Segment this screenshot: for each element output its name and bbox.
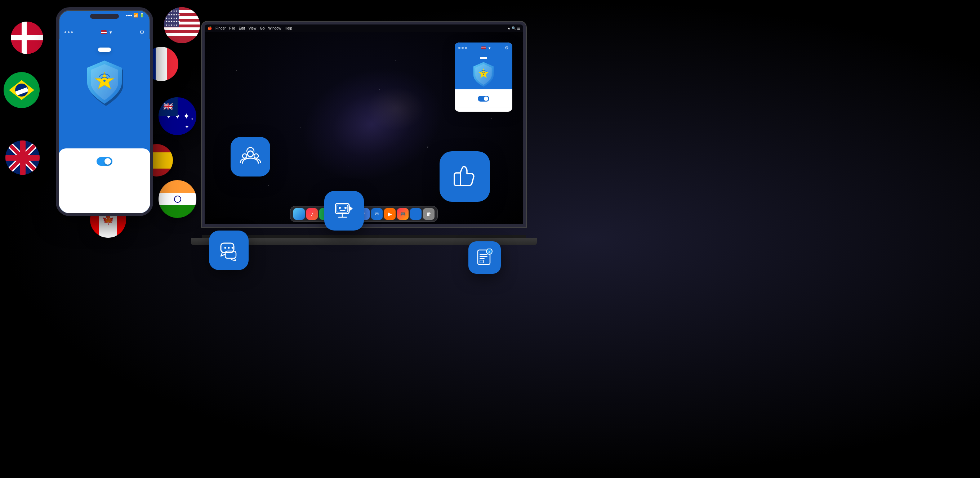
app-icon-thumbsup[interactable]	[439, 151, 490, 202]
svg-point-16	[344, 207, 347, 209]
app-icon-social[interactable]	[231, 137, 270, 176]
flag-india	[159, 180, 196, 218]
vpn-popup: ▾ ⚙	[455, 43, 512, 112]
menu-help[interactable]: Help	[285, 26, 292, 30]
vpn-popup-location: ▾	[481, 46, 490, 50]
vpn-popup-toggle[interactable]	[478, 96, 489, 102]
dock-apps[interactable]: ▶	[384, 208, 396, 220]
phone-settings-icon[interactable]: ⚙	[140, 29, 145, 36]
app-icon-news[interactable]: 2	[468, 241, 501, 274]
svg-point-6	[254, 154, 258, 158]
dock-trash[interactable]: 🗑	[423, 208, 434, 220]
svg-point-10	[228, 247, 230, 249]
dock-mail[interactable]: ✉	[371, 208, 383, 220]
vpn-popup-footer	[455, 107, 512, 112]
dock-finder[interactable]	[293, 208, 305, 220]
laptop-menubar: 🍎 Finder File Edit View Go Window Help ★…	[205, 24, 523, 32]
svg-text:2: 2	[488, 250, 490, 254]
vpn-toggle-row	[97, 157, 112, 166]
menu-view[interactable]: View	[248, 26, 256, 30]
vpn-popup-dots	[458, 47, 467, 49]
phone-menu-dots[interactable]	[65, 31, 73, 33]
phone-white-section	[59, 148, 150, 213]
phone-device: ●●● 📶 🔋 ▾ ⚙	[56, 7, 153, 216]
flag-usa: ★★★★★★★★★★★★★★★★★★★★★★★★★★★★★	[164, 7, 200, 43]
app-icon-chat[interactable]	[209, 230, 248, 270]
svg-point-1	[103, 79, 105, 82]
svg-rect-26	[480, 260, 484, 263]
menu-edit[interactable]: Edit	[239, 26, 245, 30]
svg-point-5	[242, 154, 247, 158]
vpn-popup-body	[455, 53, 512, 89]
flag-brazil	[3, 72, 40, 108]
menu-finder[interactable]: Finder	[215, 26, 226, 30]
vpn-shield	[83, 58, 126, 108]
menu-right: ★ 🔍 ☰	[507, 26, 520, 30]
svg-point-9	[224, 247, 226, 249]
dock-arcade[interactable]: 🎮	[397, 208, 409, 220]
laptop-dock: ♪ ● 📹 🌐 ✓ ✉ ▶ 🎮 🗑	[290, 206, 438, 222]
app-icon-video[interactable]	[324, 191, 364, 230]
vpn-popup-gear-icon[interactable]: ⚙	[505, 45, 509, 51]
vpn-popup-white-section	[455, 92, 512, 107]
dock-files-blue[interactable]	[410, 208, 422, 220]
svg-point-4	[248, 151, 253, 157]
svg-point-15	[339, 207, 341, 209]
connected-badge	[98, 48, 111, 52]
svg-marker-17	[349, 206, 353, 211]
phone-status-bar: ●●● 📶 🔋	[65, 13, 145, 17]
laptop-hinge	[202, 235, 526, 238]
phone-header: ▾ ⚙	[59, 29, 150, 36]
vpn-toggle[interactable]	[97, 157, 112, 166]
flag-australia: 🇬🇧 ✦ ✦ ✦ ✦ ✦	[159, 97, 196, 135]
apple-logo: 🍎	[208, 26, 212, 30]
flag-uk	[5, 140, 40, 175]
vpn-popup-header: ▾ ⚙	[455, 43, 512, 53]
vpn-popup-connected-badge	[480, 57, 487, 59]
menu-window[interactable]: Window	[269, 26, 282, 30]
laptop-device: 🍎 Finder File Edit View Go Window Help ★…	[202, 22, 526, 245]
svg-point-3	[483, 74, 484, 75]
flag-denmark	[11, 22, 43, 54]
dock-music[interactable]: ♪	[306, 208, 318, 220]
menu-file[interactable]: File	[229, 26, 235, 30]
svg-point-11	[232, 247, 234, 249]
menu-go[interactable]: Go	[260, 26, 264, 30]
phone-location: ▾	[101, 30, 112, 35]
